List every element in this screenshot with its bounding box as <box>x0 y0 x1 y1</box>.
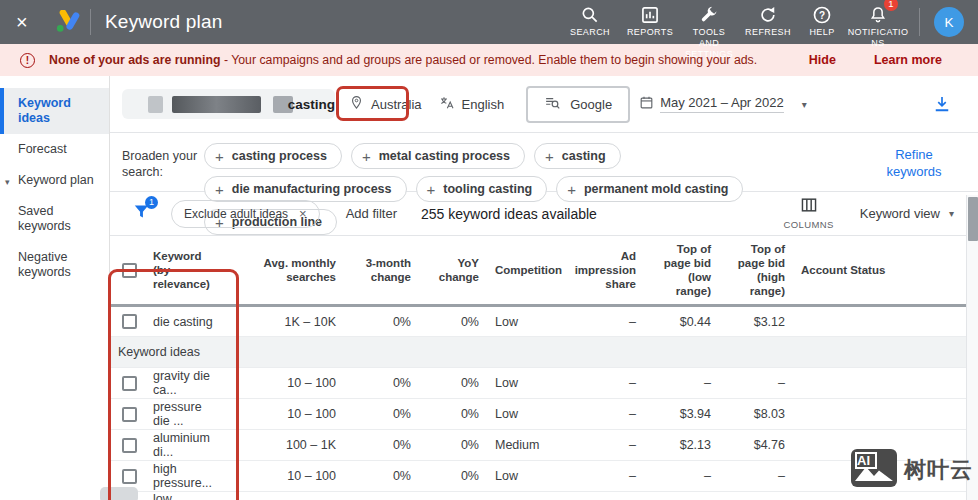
row-checkbox[interactable] <box>122 407 137 422</box>
refine-keywords-link[interactable]: Refine keywords <box>876 146 952 180</box>
close-icon[interactable]: × <box>16 12 42 32</box>
plus-icon: + <box>545 148 554 165</box>
nav-notifications[interactable]: 1 NOTIFICATIONS <box>845 0 911 49</box>
top-app-bar: × Keyword plan SEARCH <box>0 0 978 44</box>
keyword-plan-page: × Keyword plan SEARCH <box>0 0 978 500</box>
nav-search[interactable]: SEARCH <box>561 0 619 38</box>
nav-help[interactable]: ? HELP <box>799 0 845 38</box>
date-range-button[interactable]: May 2021 – Apr 2022 ▾ <box>639 95 807 113</box>
filter-funnel-button[interactable]: 1 <box>132 202 151 225</box>
sidebar: Keyword ideas Forecast ▾ Keyword plan Sa… <box>0 76 110 500</box>
broaden-label: Broaden your search: <box>122 143 204 191</box>
reports-icon <box>640 5 660 25</box>
nav-tools-and-settings[interactable]: TOOLS AND SETTINGS <box>681 0 737 60</box>
chip-metal-casting-process[interactable]: +metal casting process <box>351 143 525 169</box>
topbar-left: × Keyword plan <box>0 9 223 35</box>
select-all-checkbox[interactable] <box>122 263 137 278</box>
calendar-icon <box>639 95 654 113</box>
col-keyword[interactable]: Keyword (by relevance) <box>145 236 223 306</box>
language-button[interactable]: English <box>439 95 505 114</box>
account-avatar[interactable]: K <box>934 7 964 37</box>
table-row[interactable]: pressure die ... 10 – 100 0% 0% Low – $3… <box>110 399 966 430</box>
banner-message: None of your ads are running - Your camp… <box>49 53 757 67</box>
learn-more-link[interactable]: Learn more <box>874 53 942 67</box>
nav-reports[interactable]: REPORTS <box>619 0 681 38</box>
scrollbar-thumb[interactable] <box>968 197 978 241</box>
col-competition[interactable]: Competition <box>487 236 563 306</box>
topbar-divider <box>919 8 920 36</box>
svg-text:?: ? <box>819 10 825 21</box>
sidebar-item-saved-keywords[interactable]: Saved keywords <box>0 196 109 242</box>
search-keyword-text: casting <box>288 97 335 112</box>
chevron-down-icon: ▾ <box>5 175 10 190</box>
cell-keyword: gravity die ca... <box>145 368 223 399</box>
keyword-view-dropdown[interactable]: Keyword view ▾ <box>860 206 954 221</box>
location-pin-icon <box>349 95 364 113</box>
row-checkbox[interactable] <box>122 376 137 391</box>
chip-casting-process[interactable]: +casting process <box>204 143 342 169</box>
download-icon[interactable] <box>932 94 952 114</box>
row-checkbox[interactable] <box>122 438 137 453</box>
google-ads-logo <box>54 10 80 34</box>
language-label: English <box>462 97 505 112</box>
network-button[interactable]: Google <box>526 86 630 123</box>
col-top-bid-high[interactable]: Top of page bid (high range) <box>719 236 793 306</box>
plus-icon: + <box>215 148 224 165</box>
add-filter-button[interactable]: Add filter <box>346 206 397 221</box>
banner-message-rest: - Your campaigns and ad groups are pause… <box>224 53 757 67</box>
table-row[interactable]: die casting 1K – 10K 0% 0% Low – $0.44 $… <box>110 306 966 337</box>
columns-button[interactable]: COLUMNS <box>783 197 833 230</box>
date-range-label: May 2021 – Apr 2022 <box>660 95 784 113</box>
col-avg-monthly-searches[interactable]: Avg. monthly searches <box>223 236 344 306</box>
notification-badge: 1 <box>884 0 898 11</box>
keyword-search-box[interactable]: casting <box>122 89 335 119</box>
sidebar-item-keyword-plan[interactable]: ▾ Keyword plan <box>0 165 109 196</box>
main-panel: casting Australia English <box>110 76 978 500</box>
table-row[interactable]: low pressure ... 10 – 100 0% 0% Low – – … <box>110 492 966 500</box>
filter-count-badge: 1 <box>145 196 158 209</box>
cell-keyword: high pressure... <box>145 461 223 492</box>
sidebar-item-keyword-ideas[interactable]: Keyword ideas <box>0 88 109 134</box>
keyword-ideas-table: Keyword (by relevance) Avg. monthly sear… <box>110 236 966 500</box>
row-checkbox[interactable] <box>122 469 137 484</box>
row-checkbox[interactable] <box>122 314 137 329</box>
help-icon: ? <box>812 5 832 25</box>
exclude-adult-ideas-chip[interactable]: Exclude adult ideas × <box>171 200 320 228</box>
suggestion-chips: +casting process +metal casting process … <box>204 143 804 191</box>
chevron-down-icon: ▾ <box>802 99 807 110</box>
col-account-status[interactable]: Account Status <box>793 236 966 306</box>
chevron-down-icon: ▾ <box>949 208 954 219</box>
location-button[interactable]: Australia <box>349 95 422 113</box>
watermark: AI 树叶云 <box>850 448 973 492</box>
select-all-cell <box>110 236 145 306</box>
page-title: Keyword plan <box>105 11 223 33</box>
nav-refresh[interactable]: REFRESH <box>737 0 799 38</box>
wrench-icon <box>699 5 719 25</box>
table-row[interactable]: gravity die ca... 10 – 100 0% 0% Low – –… <box>110 368 966 399</box>
topbar-nav: SEARCH REPORTS TOOLS AND SETTINGS REFRES… <box>561 0 978 44</box>
keyword-ideas-count: 255 keyword ideas available <box>421 206 597 222</box>
topbar-divider <box>90 9 91 35</box>
plan-settings-toolbar: casting Australia English <box>110 76 978 133</box>
chip-casting[interactable]: +casting <box>534 143 621 169</box>
remove-filter-icon[interactable]: × <box>299 206 307 221</box>
col-yoy-change[interactable]: YoY change <box>419 236 487 306</box>
redacted-block <box>172 96 261 113</box>
col-top-bid-low[interactable]: Top of page bid (low range) <box>644 236 719 306</box>
refresh-icon <box>758 5 778 25</box>
search-icon <box>580 5 600 25</box>
section-label: Keyword ideas <box>110 337 966 368</box>
table-row[interactable]: high pressure... 10 – 100 0% 0% Low – – … <box>110 461 966 492</box>
sidebar-item-negative-keywords[interactable]: Negative keywords <box>0 242 109 288</box>
sidebar-item-forecast[interactable]: Forecast <box>0 134 109 165</box>
col-ad-impression-share[interactable]: Ad impression share <box>563 236 644 306</box>
redacted-block <box>148 96 163 113</box>
cell-keyword: die casting <box>145 306 223 337</box>
columns-icon <box>800 197 818 217</box>
col-3-month-change[interactable]: 3-month change <box>344 236 419 306</box>
cell-keyword: pressure die ... <box>145 399 223 430</box>
table-row[interactable]: aluminium di... 100 – 1K 0% 0% Medium – … <box>110 430 966 461</box>
plus-icon: + <box>362 148 371 165</box>
hide-button[interactable]: Hide <box>809 53 836 67</box>
table-header-row: Keyword (by relevance) Avg. monthly sear… <box>110 236 966 306</box>
